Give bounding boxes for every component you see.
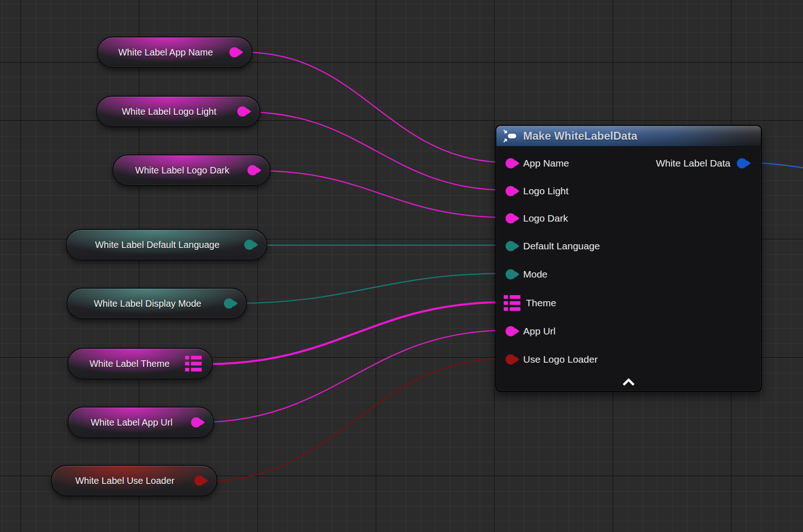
input-pin-string[interactable] xyxy=(506,326,516,336)
chevron-up-icon xyxy=(623,378,635,386)
getter-node-label: White Label Display Mode xyxy=(68,298,246,309)
pin-label: Use Logo Loader xyxy=(523,354,598,365)
pin-label: Default Language xyxy=(523,241,600,252)
pin-row-app-url: App Url xyxy=(506,325,556,338)
getter-node-label: White Label Logo Dark xyxy=(113,165,270,176)
make-struct-icon xyxy=(503,129,518,143)
output-pin-enum[interactable] xyxy=(224,298,234,309)
output-pin-string[interactable] xyxy=(191,417,201,427)
input-pin-enum[interactable] xyxy=(506,269,516,279)
pin-label: Logo Dark xyxy=(523,213,568,224)
getter-node-default-language[interactable]: White Label Default Language xyxy=(66,229,267,260)
output-pin-string[interactable] xyxy=(229,47,240,57)
make-whitelabeldata-node[interactable]: Make WhiteLabelData App Name Logo Light … xyxy=(495,125,762,392)
node-header[interactable]: Make WhiteLabelData xyxy=(496,126,761,147)
pin-label: App Name xyxy=(523,158,569,169)
wire-use-loader[interactable] xyxy=(204,359,507,482)
pin-label: Theme xyxy=(526,297,556,309)
pin-label: App Url xyxy=(523,326,556,337)
struct-pin-icon[interactable] xyxy=(504,295,520,311)
wire-logo-dark[interactable] xyxy=(257,171,507,217)
getter-node-logo-dark[interactable]: White Label Logo Dark xyxy=(112,155,271,186)
pin-row-white-label-data: White Label Data xyxy=(656,157,747,170)
getter-node-app-url[interactable]: White Label App Url xyxy=(68,407,214,438)
pin-label: Logo Light xyxy=(523,186,568,197)
input-pin-string[interactable] xyxy=(506,213,516,223)
node-title: Make WhiteLabelData xyxy=(523,130,637,142)
pin-row-default-language: Default Language xyxy=(506,240,600,253)
wire-display-mode[interactable] xyxy=(231,273,507,303)
blueprint-graph-canvas[interactable]: White Label App Name White Label Logo Li… xyxy=(0,0,803,532)
wire-theme[interactable] xyxy=(205,302,507,364)
output-pin-bool[interactable] xyxy=(194,476,204,486)
wire-app-name[interactable] xyxy=(245,52,507,162)
output-pin-string[interactable] xyxy=(237,106,247,117)
wire-app-url[interactable] xyxy=(198,330,507,422)
output-pin-struct[interactable] xyxy=(737,158,747,168)
pin-row-mode: Mode xyxy=(506,268,548,281)
pin-row-theme: Theme xyxy=(504,297,556,309)
input-pin-string[interactable] xyxy=(506,186,516,196)
pin-label: White Label Data xyxy=(656,158,730,169)
output-pin-enum[interactable] xyxy=(244,240,254,250)
getter-node-label: White Label Default Language xyxy=(67,240,266,250)
input-pin-enum[interactable] xyxy=(506,241,516,251)
pin-row-use-logo-loader: Use Logo Loader xyxy=(506,353,598,366)
getter-node-label: White Label App Name xyxy=(98,47,252,58)
getter-node-use-loader[interactable]: White Label Use Loader xyxy=(51,465,217,496)
getter-node-label: White Label Logo Light xyxy=(97,106,259,117)
getter-node-app-name[interactable]: White Label App Name xyxy=(97,37,253,68)
collapse-node-button[interactable] xyxy=(623,378,636,388)
getter-node-logo-light[interactable]: White Label Logo Light xyxy=(96,96,260,127)
pin-label: Mode xyxy=(523,269,548,280)
getter-node-label: White Label Use Loader xyxy=(52,476,216,486)
output-pin-string[interactable] xyxy=(247,165,258,175)
pin-row-app-name: App Name xyxy=(506,157,569,170)
wire-logo-light[interactable] xyxy=(246,112,507,190)
pin-row-logo-dark: Logo Dark xyxy=(506,212,568,225)
struct-pin-icon[interactable] xyxy=(185,356,202,371)
input-pin-string[interactable] xyxy=(506,158,516,168)
getter-node-theme[interactable]: White Label Theme xyxy=(68,348,213,379)
pin-row-logo-light: Logo Light xyxy=(506,185,568,198)
input-pin-bool[interactable] xyxy=(506,354,516,365)
getter-node-display-mode[interactable]: White Label Display Mode xyxy=(67,288,247,319)
